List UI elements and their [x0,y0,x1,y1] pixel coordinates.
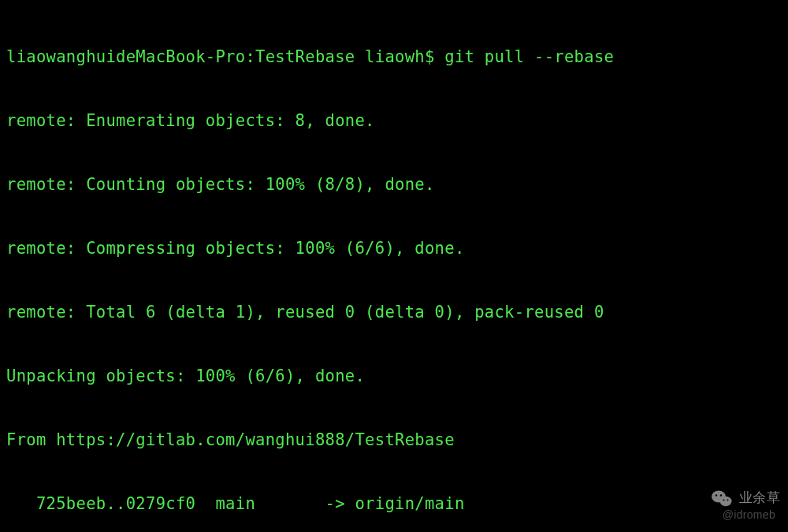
svg-point-3 [720,494,722,496]
terminal-output[interactable]: liaowanghuideMacBook-Pro:TestRebase liao… [6,4,782,532]
svg-point-4 [723,499,725,500]
terminal-line: Unpacking objects: 100% (6/6), done. [6,366,782,387]
terminal-line: remote: Total 6 (delta 1), reused 0 (del… [6,302,782,323]
svg-point-2 [716,494,717,496]
terminal-line: 725beeb..0279cf0 main -> origin/main [6,493,782,515]
watermark-sub: @idromeb [723,504,775,526]
svg-point-5 [727,499,729,500]
terminal-line: remote: Enumerating objects: 8, done. [6,110,782,132]
terminal-line: remote: Compressing objects: 100% (6/6),… [6,238,782,259]
terminal-line: remote: Counting objects: 100% (8/8), do… [6,174,782,195]
terminal-line: From https://gitlab.com/wanghui888/TestR… [6,430,782,451]
terminal-line: liaowanghuideMacBook-Pro:TestRebase liao… [6,47,782,68]
